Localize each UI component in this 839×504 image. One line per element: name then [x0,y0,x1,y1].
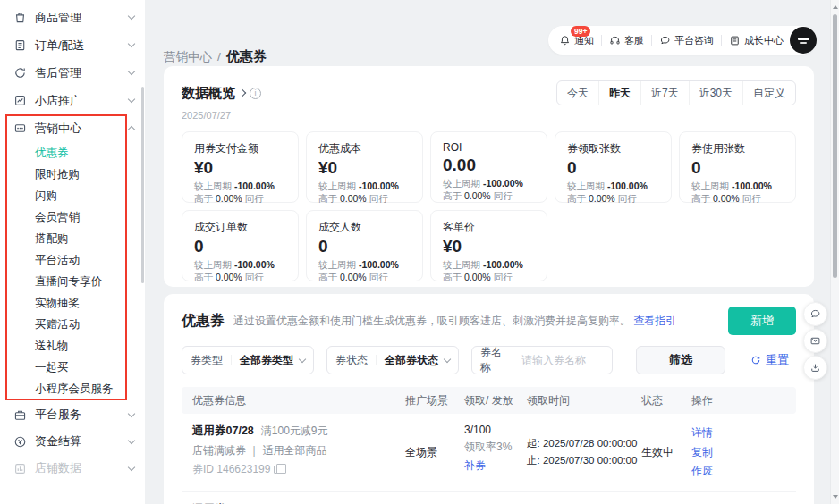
coupon-section-title: 优惠券 [182,312,225,331]
bell-icon [559,35,571,46]
bag-icon [13,11,27,24]
tab-custom[interactable]: 自定义 [742,81,795,105]
page-title: 优惠券 [226,48,267,65]
sidebar: 商品管理 订单/配送 售后管理 小店推广 营销中心 优惠券 限时抢购 闪购 会员… [0,0,145,504]
copy-icon[interactable] [274,466,282,474]
page-scrollbar[interactable] [830,0,839,504]
coupon-name-filter: 券名称 [471,346,613,374]
platform-service-icon [13,408,27,422]
float-chat-button[interactable] [803,302,827,326]
stat-card-discount-cost: 优惠成本 ¥0 较上周期 -100.00% 高于 0.00% 同行 [306,131,423,203]
order-icon [13,38,27,52]
info-icon[interactable]: i [250,88,261,99]
chat-bubble-icon [809,308,821,320]
funds-icon [13,435,27,449]
copy-coupon-link[interactable]: 复制 [691,443,796,463]
avatar[interactable] [790,27,817,54]
table-row: 通用券07/28 满100元减9元 店铺满减券 ｜ 适用全部商品 券ID 146… [182,414,796,492]
coupon-list-card: 优惠券 通过设置优惠金额和使用门槛生成优惠券，吸引顾客进店、刺激消费并提高复购率… [164,294,814,504]
coupon-info-cell: 通用券07/28 满100元减9元 店铺满减券 ｜ 适用全部商品 券ID 146… [182,424,394,482]
scroll-down-icon[interactable] [833,495,838,499]
chevron-right-icon [239,89,246,97]
tab-7days[interactable]: 近7天 [640,81,689,105]
stat-card-roi: ROI 0.00 较上周期 -100.00% 高于 0.00% 同行 [430,131,547,203]
sidebar-subitem-miniapp-member[interactable]: 小程序会员服务 [0,378,145,399]
sidebar-item-shop-promotion[interactable]: 小店推广 [0,87,145,114]
invalidate-link[interactable]: 作废 [691,462,796,482]
time-cell: 起: 2025/07/28 00:00:00 止: 2025/07/30 00:… [516,424,631,482]
sidebar-subitem-gift-activity[interactable]: 买赠活动 [0,314,145,335]
stats-grid: 用券支付金额 ¥0 较上周期 -100.00% 高于 0.00% 同行 优惠成本… [182,131,796,281]
stat-card-order-count: 成交订单数 0 较上周期 -100.00% 高于 0.00% 同行 [182,210,299,281]
growth-center-button[interactable]: 成长中心 [729,34,784,47]
sidebar-item-orders[interactable]: 订单/配送 [0,31,145,59]
tab-30days[interactable]: 近30天 [689,81,742,105]
platform-consult-button[interactable]: 平台咨询 [659,34,714,47]
chevron-down-icon [128,13,135,20]
stat-card-avg-order-value: 客单价 ¥0 较上周期 -100.00% 高于 0.00% 同行 [430,210,547,281]
sidebar-subitem-lottery[interactable]: 实物抽奖 [0,292,145,314]
chat-bubble-icon [659,35,671,46]
sidebar-item-aftersale[interactable]: 售后管理 [0,59,145,87]
sidebar-subitem-buy-together[interactable]: 一起买 [0,357,145,378]
notification-badge: 99+ [571,26,590,38]
chevron-down-icon [128,463,135,470]
topbar: 通知 99+ 客服 平台咨询 成长中心 [548,26,816,55]
overview-title[interactable]: 数据概览 i [182,85,261,102]
promotion-icon [13,94,27,107]
filter-button[interactable]: 筛选 [636,346,725,374]
tab-yesterday[interactable]: 昨天 [598,81,640,105]
add-coupon-button[interactable]: 新增 [728,307,796,335]
document-icon [729,35,741,46]
data-overview-card: 数据概览 i 今天 昨天 近7天 近30天 自定义 2025/07/27 用券支… [164,66,814,287]
date-range-tabs: 今天 昨天 近7天 近30天 自定义 [556,80,796,105]
guide-link[interactable]: 查看指引 [633,315,676,327]
tab-today[interactable]: 今天 [557,81,598,105]
sidebar-item-funds[interactable]: 资金结算 [0,428,145,455]
breadcrumb-section[interactable]: 营销中心 [164,49,212,65]
scroll-up-icon[interactable] [833,5,838,9]
sidebar-subitem-live-price[interactable]: 直播间专享价 [0,271,145,292]
coupon-status-select[interactable]: 券状态 全部券状态 [326,346,459,374]
replenish-link[interactable]: 补券 [464,459,486,472]
sidebar-subitem-platform-activity[interactable]: 平台活动 [0,249,145,271]
coupon-type-select[interactable]: 券类型 全部券类型 [182,346,314,374]
sidebar-scrollbar-thumb[interactable] [141,87,144,283]
refresh-icon [750,355,761,365]
stat-card-claimed-count: 券领取张数 0 较上周期 -100.00% 高于 0.00% 同行 [555,131,672,203]
sidebar-subitem-flash-buy[interactable]: 闪购 [0,185,145,206]
sidebar-item-marketing-center[interactable]: 营销中心 [0,114,145,142]
scrollbar-thumb[interactable] [833,14,837,278]
sidebar-subitem-send-gift[interactable]: 送礼物 [0,335,145,357]
detail-link[interactable]: 详情 [691,424,796,443]
chevron-down-icon [128,40,135,47]
sidebar-subitem-flash-sale[interactable]: 限时抢购 [0,164,145,185]
sidebar-item-platform-service[interactable]: 平台服务 [0,401,145,428]
table-header: 优惠券信息 推广场景 领取/ 发放 领取时间 状态 操作 [182,387,796,414]
main-area: 营销中心 / 优惠券 数据概览 i 今天 昨天 近7天 近30天 自定义 [145,0,830,504]
notifications-button[interactable]: 通知 99+ [559,34,594,47]
download-icon [809,362,821,374]
chevron-up-icon [128,126,135,133]
coupon-table: 优惠券信息 推广场景 领取/ 发放 领取时间 状态 操作 通用券07/28 满1… [182,387,796,504]
sidebar-subitem-member-marketing[interactable]: 会员营销 [0,206,145,228]
sidebar-item-shop-data[interactable]: 店铺数据 [0,455,145,482]
float-download-button[interactable] [803,356,827,380]
table-row: 通用券07/25 减1元 商品直减券 ｜ 适用商品 2件 全场景 1/100 起… [182,492,796,504]
sidebar-subitem-coupons[interactable]: 优惠券 [0,142,145,164]
sidebar-subitem-bundle[interactable]: 搭配购 [0,228,145,249]
marketing-icon [13,122,27,135]
sidebar-item-products[interactable]: 商品管理 [0,4,145,31]
aftersale-icon [13,66,27,80]
chevron-down-icon [444,355,451,362]
reset-button[interactable]: 重置 [750,352,789,368]
chevron-down-icon [128,436,135,443]
stat-card-buyer-count: 成交人数 0 较上周期 -100.00% 高于 0.00% 同行 [306,210,423,281]
status-cell: 生效中 [631,424,681,482]
float-mail-button[interactable] [803,329,827,353]
customer-service-button[interactable]: 客服 [609,34,644,47]
chevron-down-icon [128,68,135,75]
coupon-name-input[interactable] [521,354,604,366]
filter-bar: 券类型 全部券类型 券状态 全部券状态 券名称 筛选 [182,346,796,374]
stat-card-coupon-gmv: 用券支付金额 ¥0 较上周期 -100.00% 高于 0.00% 同行 [182,131,299,203]
